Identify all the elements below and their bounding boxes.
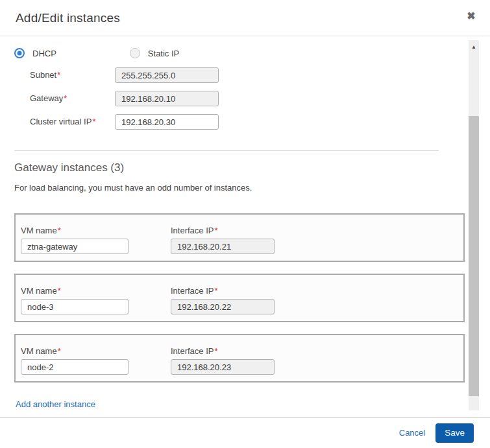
instance-card-2: VM name* Interface IP* bbox=[14, 274, 465, 322]
interface-ip-field-1 bbox=[171, 239, 275, 254]
subnet-label: Subnet* bbox=[30, 67, 115, 83]
network-fields: Subnet* Gateway* Cluster virtual IP* bbox=[30, 67, 464, 130]
radio-dhcp[interactable]: DHCP bbox=[14, 48, 56, 58]
dialog-footer: Cancel Save bbox=[0, 417, 490, 448]
vm-name-field-2[interactable] bbox=[21, 299, 129, 314]
scrollbar-track[interactable]: ▲ bbox=[469, 40, 479, 410]
required-asterisk: * bbox=[214, 286, 217, 296]
radio-static-ip-label: Static IP bbox=[148, 49, 179, 58]
vm-name-label: VM name* bbox=[21, 346, 129, 356]
required-asterisk: * bbox=[92, 117, 95, 126]
vm-name-column: VM name* bbox=[21, 346, 129, 381]
cluster-virtual-ip-field[interactable] bbox=[115, 114, 219, 130]
radio-dhcp-label: DHCP bbox=[32, 49, 56, 58]
interface-ip-label: Interface IP* bbox=[171, 286, 275, 296]
required-asterisk: * bbox=[58, 346, 61, 356]
instance-card-1: VM name* Interface IP* bbox=[14, 213, 465, 262]
gateway-label: Gateway* bbox=[30, 91, 115, 106]
cancel-button[interactable]: Cancel bbox=[399, 428, 425, 438]
radio-unselected-icon bbox=[130, 48, 140, 58]
ip-mode-radio-group: DHCP Static IP bbox=[14, 48, 464, 58]
gateway-row: Gateway* bbox=[30, 91, 464, 106]
close-icon[interactable]: ✖ bbox=[464, 9, 478, 23]
scrollbar-thumb[interactable] bbox=[469, 116, 479, 396]
vm-name-label: VM name* bbox=[21, 286, 129, 296]
radio-static-ip[interactable]: Static IP bbox=[130, 48, 179, 58]
gateway-field bbox=[115, 91, 219, 106]
dialog-title: Add/Edit instances bbox=[16, 11, 120, 25]
cluster-virtual-ip-label: Cluster virtual IP* bbox=[30, 114, 115, 130]
section-divider bbox=[14, 150, 439, 151]
interface-ip-column: Interface IP* bbox=[171, 226, 275, 261]
interface-ip-field-3 bbox=[171, 359, 275, 375]
dialog-content: DHCP Static IP Subnet* Gateway* C bbox=[0, 36, 490, 410]
required-asterisk: * bbox=[58, 226, 61, 235]
instance-card-3: VM name* Interface IP* bbox=[14, 334, 465, 383]
vm-name-field-3[interactable] bbox=[21, 359, 129, 375]
subnet-field bbox=[115, 67, 219, 83]
vm-name-column: VM name* bbox=[21, 226, 129, 261]
load-balancing-note: For load balancing, you must have an odd… bbox=[14, 183, 464, 193]
required-asterisk: * bbox=[64, 93, 67, 103]
gateway-instances-heading: Gateway instances (3) bbox=[14, 161, 464, 174]
dialog-header: Add/Edit instances ✖ bbox=[0, 0, 490, 36]
subnet-row: Subnet* bbox=[30, 67, 464, 83]
required-asterisk: * bbox=[214, 346, 217, 356]
save-button[interactable]: Save bbox=[435, 423, 474, 443]
dialog-body: DHCP Static IP Subnet* Gateway* C bbox=[0, 36, 490, 417]
required-asterisk: * bbox=[57, 70, 60, 80]
required-asterisk: * bbox=[58, 286, 61, 296]
cluster-virtual-ip-row: Cluster virtual IP* bbox=[30, 114, 464, 130]
interface-ip-label: Interface IP* bbox=[171, 346, 275, 356]
interface-ip-label: Interface IP* bbox=[171, 226, 275, 235]
interface-ip-field-2 bbox=[171, 299, 275, 314]
scroll-up-icon[interactable]: ▲ bbox=[469, 43, 479, 52]
vm-name-label: VM name* bbox=[21, 226, 129, 235]
required-asterisk: * bbox=[214, 226, 217, 235]
interface-ip-column: Interface IP* bbox=[171, 286, 275, 321]
add-another-instance-link[interactable]: Add another instance bbox=[16, 399, 95, 409]
vm-name-column: VM name* bbox=[21, 286, 129, 321]
radio-selected-icon bbox=[14, 48, 25, 58]
vm-name-field-1[interactable] bbox=[21, 239, 129, 254]
interface-ip-column: Interface IP* bbox=[171, 346, 275, 381]
add-edit-instances-dialog: Add/Edit instances ✖ DHCP Static IP Subn… bbox=[0, 0, 490, 448]
